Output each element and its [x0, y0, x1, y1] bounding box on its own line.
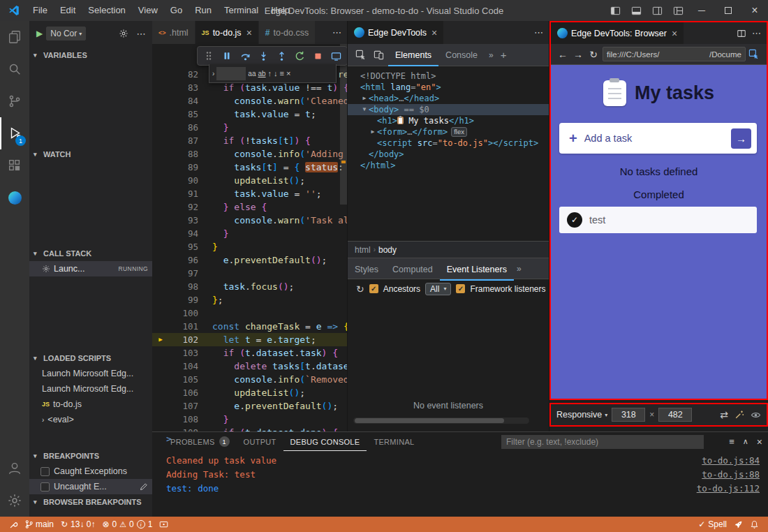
- glyph-margin[interactable]: [152, 227, 169, 240]
- glyph-margin[interactable]: [152, 346, 169, 360]
- toggle-secondary-sidebar-icon[interactable]: [647, 0, 667, 21]
- editor-tab[interactable]: JSto-do.js×: [195, 21, 259, 44]
- find-next-icon[interactable]: ↓: [274, 69, 278, 77]
- step-into-icon[interactable]: [255, 47, 272, 64]
- refresh-icon[interactable]: ↻: [356, 283, 364, 295]
- code-line[interactable]: 99};: [152, 293, 347, 306]
- code-line[interactable]: 105 console.info(`Removed: ${t.dataset.t…: [152, 373, 347, 386]
- menu-terminal[interactable]: Terminal: [218, 0, 265, 21]
- git-sync-item[interactable]: ↻13↓ 0↑: [57, 517, 98, 532]
- inspect-element-icon[interactable]: [352, 47, 369, 64]
- close-find-icon[interactable]: ×: [286, 69, 290, 77]
- loaded-script-item[interactable]: Launch Microsoft Edg...: [29, 381, 152, 397]
- code-line[interactable]: 107 e.preventDefault();: [152, 399, 347, 413]
- console-actions-icon[interactable]: ≡: [729, 436, 734, 447]
- dom-tree-row[interactable]: </body>: [348, 149, 549, 160]
- viewport-height-input[interactable]: [658, 408, 692, 422]
- code-line[interactable]: 98 task.focus();: [152, 280, 347, 293]
- code-line[interactable]: 91 task.value = '';: [152, 187, 347, 200]
- glyph-margin[interactable]: [152, 147, 169, 161]
- devtools-tab-styles[interactable]: Styles: [348, 258, 385, 281]
- line-number[interactable]: 100: [169, 306, 198, 320]
- glyph-margin[interactable]: [152, 121, 169, 134]
- code-line[interactable]: 87 if (!tasks[t]) {: [152, 134, 347, 147]
- rotate-viewport-icon[interactable]: ⇄: [720, 409, 728, 420]
- split-editor-icon[interactable]: [737, 29, 746, 38]
- loaded-script-item[interactable]: Launch Microsoft Edg...: [29, 366, 152, 381]
- line-number[interactable]: 85: [169, 108, 198, 121]
- code-line[interactable]: 109 if (t.dataset.done) {: [152, 426, 347, 431]
- edit-pencil-icon[interactable]: [140, 482, 148, 491]
- loaded-script-item[interactable]: ›<eval>: [29, 412, 152, 427]
- editor-actions-icon[interactable]: ⋯: [534, 27, 543, 38]
- code-line[interactable]: ▶102 let t = e.target;: [152, 333, 347, 346]
- menu-file[interactable]: File: [27, 0, 54, 21]
- glyph-margin[interactable]: [152, 413, 169, 426]
- line-number[interactable]: 102: [169, 333, 198, 346]
- edge-devtools-icon[interactable]: [0, 182, 29, 214]
- add-tool-icon[interactable]: +: [498, 49, 510, 61]
- line-number[interactable]: 90: [169, 174, 198, 187]
- code-line[interactable]: 104 delete tasks[t.dataset.task];: [152, 360, 347, 373]
- glyph-margin[interactable]: [152, 399, 169, 413]
- editor-tab[interactable]: #to-do.css: [259, 21, 316, 44]
- whole-word-icon[interactable]: ab: [258, 70, 265, 77]
- forward-icon[interactable]: →: [572, 49, 584, 60]
- glyph-margin[interactable]: [152, 240, 169, 253]
- line-number[interactable]: 83: [169, 81, 198, 94]
- line-number[interactable]: 99: [169, 293, 198, 306]
- completed-task-row[interactable]: ✓ test: [559, 207, 757, 233]
- menu-run[interactable]: Run: [189, 0, 218, 21]
- more-tabs-icon[interactable]: »: [514, 264, 524, 274]
- glyph-margin[interactable]: [152, 174, 169, 187]
- line-number[interactable]: 107: [169, 399, 198, 413]
- glyph-margin[interactable]: [152, 94, 169, 108]
- listener-filter-dropdown[interactable]: All▾: [425, 283, 451, 295]
- glyph-margin[interactable]: [152, 108, 169, 121]
- menu-view[interactable]: View: [132, 0, 164, 21]
- panel-tab-debug-console[interactable]: DEBUG CONSOLE: [283, 432, 367, 451]
- code-line[interactable]: 94 }: [152, 227, 347, 240]
- devtools-tab-elements[interactable]: Elements: [388, 44, 438, 66]
- browser-breakpoints-section-header[interactable]: ▾BROWSER BREAKPOINTS: [29, 494, 152, 510]
- glyph-margin[interactable]: [152, 360, 169, 373]
- glyph-margin[interactable]: [152, 253, 169, 267]
- glyph-margin[interactable]: [152, 280, 169, 293]
- explorer-icon[interactable]: [0, 21, 29, 53]
- breadcrumb-body[interactable]: body: [378, 245, 397, 255]
- maximize-button[interactable]: [715, 0, 741, 21]
- editor-actions-icon[interactable]: ⋯: [332, 27, 341, 38]
- ancestors-checkbox[interactable]: ✓: [369, 284, 378, 293]
- menu-go[interactable]: Go: [164, 0, 189, 21]
- line-number[interactable]: 82: [169, 68, 198, 81]
- settings-gear-icon[interactable]: [0, 485, 29, 517]
- line-number[interactable]: 106: [169, 386, 198, 399]
- code-line[interactable]: 95}: [152, 240, 347, 253]
- glyph-margin[interactable]: [152, 81, 169, 94]
- code-line[interactable]: 85 task.value = t;: [152, 108, 347, 121]
- toggle-replace-icon[interactable]: ›: [212, 70, 214, 77]
- glyph-margin[interactable]: [152, 214, 169, 227]
- line-number[interactable]: 98: [169, 280, 198, 293]
- watch-section-header[interactable]: ▾WATCH: [29, 147, 152, 162]
- code-line[interactable]: 88 console.info('Adding Task: ' + t);: [152, 147, 347, 161]
- close-panel-icon[interactable]: ×: [757, 436, 762, 448]
- code-line[interactable]: 101const changeTask = e => {: [152, 320, 347, 333]
- rocket-icon[interactable]: [730, 517, 746, 532]
- stop-icon[interactable]: [309, 47, 326, 64]
- code-line[interactable]: 93 console.warn('Task already exists!');: [152, 214, 347, 227]
- loaded-script-item[interactable]: JSto-do.js: [29, 397, 152, 412]
- line-number[interactable]: 91: [169, 187, 198, 200]
- line-number[interactable]: 97: [169, 267, 198, 280]
- line-number[interactable]: 88: [169, 147, 198, 161]
- wand-icon[interactable]: [734, 410, 744, 420]
- restart-icon[interactable]: [291, 47, 308, 64]
- run-and-debug-icon[interactable]: 1: [0, 117, 29, 149]
- horizontal-scrollbar[interactable]: [353, 418, 529, 424]
- line-number[interactable]: 105: [169, 373, 198, 386]
- code-line[interactable]: 100: [152, 306, 347, 320]
- line-number[interactable]: 92: [169, 200, 198, 214]
- search-icon[interactable]: [0, 53, 29, 85]
- customize-layout-icon[interactable]: [667, 0, 688, 21]
- browser-viewport[interactable]: My tasks + Add a task → No tasks defined…: [551, 65, 767, 399]
